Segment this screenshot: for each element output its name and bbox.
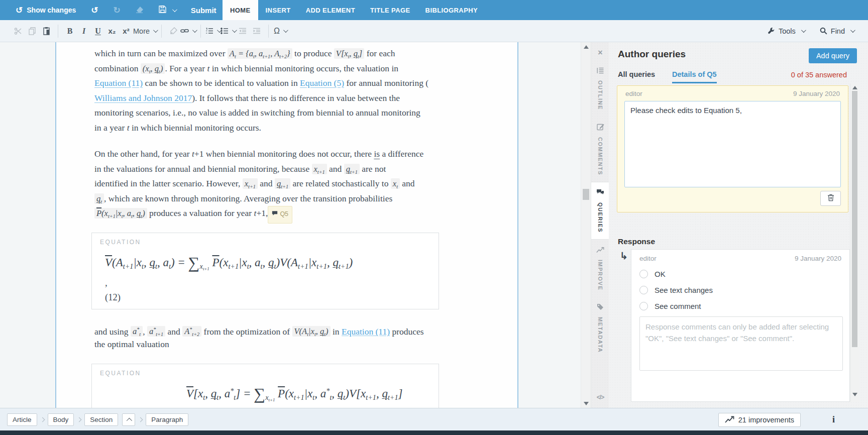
delete-query-button[interactable] — [820, 191, 841, 206]
text-run: and using — [94, 326, 131, 336]
menu-tab-bibliography[interactable]: BIBLIOGRAPHY — [418, 0, 485, 20]
special-character-button[interactable]: Ω — [273, 24, 287, 39]
tab-details-of-q5[interactable]: Details of Q5 — [672, 70, 717, 83]
breadcrumb-item-article[interactable]: Article — [7, 413, 37, 426]
document-content[interactable]: which in turn can be maximized over At =… — [56, 42, 517, 408]
bullet-list-button[interactable] — [221, 24, 236, 39]
show-changes-button[interactable]: ↺ Show changes — [9, 0, 82, 20]
more-formats-button[interactable]: More — [133, 24, 157, 39]
scroll-up-arrow[interactable] — [581, 43, 591, 50]
response-option-see-text-changes[interactable]: See text changes — [639, 286, 713, 294]
text-run: combination — [94, 63, 141, 73]
format-painter-button[interactable] — [166, 24, 180, 39]
query-marker-q5[interactable]: Q5 — [268, 206, 292, 224]
inline-equation[interactable]: At = {at, at+1, At+2} — [228, 48, 292, 59]
inline-equation[interactable]: xt+1 — [312, 164, 327, 174]
xml-view-tab[interactable]: </> — [591, 394, 609, 401]
inline-equation[interactable]: A*t+2 — [182, 326, 201, 337]
history-icon: ↺ — [16, 6, 23, 15]
subscript-button[interactable]: x₂ — [105, 24, 119, 39]
panel-scrollbar[interactable] — [850, 83, 859, 402]
tools-menu-button[interactable]: Tools — [768, 24, 805, 39]
chevron-down-icon — [283, 28, 288, 33]
improvements-button[interactable]: 21 improvements — [718, 413, 801, 427]
redo-button[interactable]: ↻ — [107, 0, 127, 20]
text-run: a difference — [380, 149, 423, 159]
remove-formatting-button[interactable] — [129, 0, 150, 20]
inline-equation[interactable]: (xt, qt) — [141, 63, 165, 74]
breadcrumb-item-section[interactable]: Section — [84, 413, 118, 426]
scissors-icon — [14, 27, 22, 35]
cross-reference-link[interactable]: Williams and Johnson 2017 — [94, 93, 192, 103]
cross-reference-link[interactable]: Equation (5) — [300, 78, 344, 88]
breadcrumb-collapse-button[interactable] — [122, 413, 135, 426]
superscript-button[interactable]: x² — [119, 24, 133, 39]
menu-tab-insert[interactable]: INSERT — [258, 0, 298, 20]
inline-equation[interactable]: a*t+1 — [147, 326, 165, 337]
radio-label: See comment — [655, 302, 701, 310]
inline-equation[interactable]: xt+1 — [243, 178, 258, 189]
bold-label: B — [67, 27, 73, 36]
find-button[interactable]: Find — [820, 24, 854, 39]
bold-button[interactable]: B — [63, 24, 77, 39]
divider — [268, 25, 269, 38]
menu-tab-title-page[interactable]: TITLE PAGE — [363, 0, 418, 20]
document-scrollbar[interactable] — [581, 42, 591, 408]
query-text-box[interactable]: Please check edits to Equation 5, — [624, 101, 841, 187]
menu-tab-home[interactable]: HOME — [223, 0, 258, 20]
cross-reference-link[interactable]: Equation (11) — [94, 78, 143, 88]
side-tab-queries[interactable]: QUERIES — [591, 182, 609, 240]
side-tab-improve[interactable]: IMPROVE — [591, 240, 609, 297]
add-query-button[interactable]: Add query — [809, 48, 857, 63]
inline-equation[interactable]: P(xt+1|xt, at, qt) — [94, 208, 147, 219]
submit-label: Submit — [191, 6, 216, 15]
radio-button[interactable] — [639, 270, 648, 278]
menu-tab-add-element[interactable]: ADD ELEMENT — [298, 0, 363, 20]
insert-link-button[interactable] — [180, 24, 196, 39]
indent-button[interactable] — [250, 24, 264, 39]
panel-scroll-up-arrow[interactable] — [850, 84, 859, 91]
panel-scrollbar-thumb[interactable] — [852, 91, 857, 347]
inline-equation[interactable]: a*t — [131, 326, 143, 337]
side-tab-outline[interactable]: OUTLINE — [591, 60, 609, 117]
breadcrumb-item-body[interactable]: Body — [48, 413, 74, 426]
radio-button[interactable] — [639, 302, 648, 310]
document-scrollbar-thumb[interactable] — [583, 189, 589, 200]
text-run: monitoring scenarios, i.e., no value is … — [94, 107, 420, 118]
cut-button[interactable] — [11, 24, 25, 39]
response-comment-box[interactable]: Response comments can only be added afte… — [639, 316, 843, 371]
numbered-list-button[interactable] — [205, 24, 221, 39]
breadcrumb-item-paragraph[interactable]: Paragraph — [146, 413, 188, 426]
scroll-down-arrow[interactable] — [581, 400, 591, 407]
italic-button[interactable]: I — [77, 24, 91, 39]
text-line: qt, which are known through monitoring. … — [94, 191, 517, 206]
radio-button[interactable] — [639, 286, 648, 294]
outdent-button[interactable] — [236, 24, 250, 39]
text-run: to produce — [292, 48, 334, 58]
copy-button[interactable] — [25, 24, 39, 39]
inline-equation[interactable]: V(At|xt, qt) — [292, 326, 331, 337]
cross-reference-link[interactable]: Equation (11) — [342, 326, 390, 336]
tab-all-queries[interactable]: All queries — [618, 70, 655, 82]
trash-icon — [827, 194, 834, 203]
inline-equation[interactable]: qt+1 — [344, 164, 360, 174]
equation-block[interactable]: EQUATIONV[xt, qt, a*t] = ∑xt+1 P(xt+1|xt… — [91, 364, 439, 408]
inline-equation[interactable]: qt — [94, 193, 104, 204]
underline-button[interactable]: U — [91, 24, 105, 39]
close-panel-button[interactable]: × — [591, 45, 609, 60]
info-icon[interactable]: i — [832, 414, 835, 425]
inline-equation[interactable]: qt+1 — [275, 178, 290, 189]
save-button[interactable] — [152, 0, 182, 20]
response-option-ok[interactable]: OK — [639, 270, 666, 278]
inline-equation[interactable]: V[xt, qt] — [334, 48, 364, 59]
side-tab-comments[interactable]: COMMENTS — [591, 117, 609, 182]
panel-scroll-down-arrow[interactable] — [850, 391, 859, 398]
equation-block[interactable]: EQUATIONV(At+1|xt, qt, at) = ∑xt+1 P(xt+… — [91, 233, 439, 309]
radio-label: See text changes — [655, 286, 713, 294]
response-option-see-comment[interactable]: See comment — [639, 302, 701, 310]
paste-button[interactable] — [39, 24, 53, 39]
side-tab-metadata[interactable]: METADATA — [591, 297, 609, 359]
inline-equation[interactable]: xt — [391, 178, 400, 189]
undo-button[interactable]: ↺ — [84, 0, 104, 20]
response-date: 9 January 2020 — [795, 255, 841, 262]
